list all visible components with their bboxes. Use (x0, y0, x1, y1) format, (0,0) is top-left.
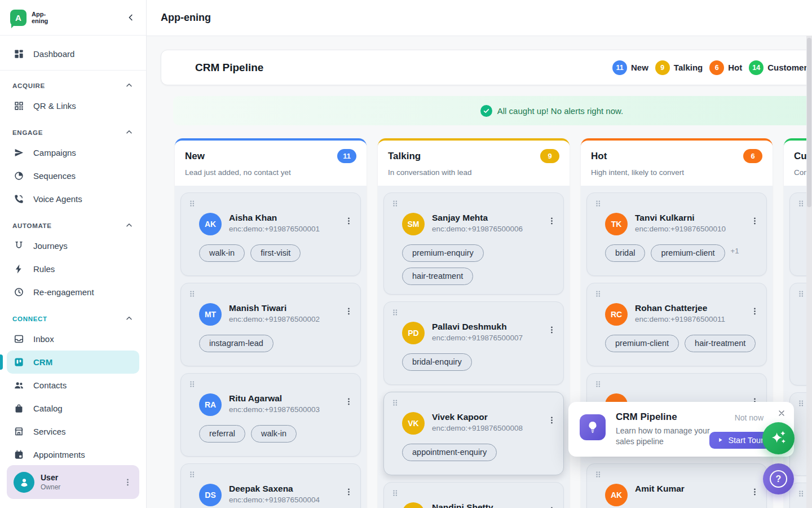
card-menu-button[interactable] (344, 306, 354, 316)
sidebar-item-sequences[interactable]: Sequences (7, 164, 139, 187)
lead-card[interactable]: NSNandini Shetty (383, 482, 564, 508)
tag-list: premium-enquiryhair-treatment (402, 244, 557, 285)
not-now-button[interactable]: Not now (735, 413, 764, 422)
drag-handle[interactable] (189, 290, 195, 298)
drag-handle[interactable] (595, 200, 601, 208)
nav-divider (0, 70, 146, 71)
journeys-icon (12, 240, 25, 251)
lead-card[interactable]: TKTanvi Kulkarnienc:demo:+919876500010br… (586, 192, 767, 276)
drag-handle[interactable] (798, 290, 804, 298)
card-menu-button[interactable] (547, 216, 557, 226)
drag-handle[interactable] (798, 490, 804, 498)
sidebar-item-label: Dashboard (33, 49, 74, 59)
column-body: SMSanjay Mehtaenc:demo:+919876500006prem… (378, 186, 570, 508)
chevron-up-icon[interactable] (125, 81, 134, 91)
tour-popup-body: Learn how to manage your sales pipeline (616, 426, 714, 447)
lead-card[interactable]: RCRohan Chatterjeeenc:demo:+919876500011… (586, 283, 767, 366)
drag-handle[interactable] (189, 380, 195, 388)
user-menu-button[interactable] (123, 478, 133, 487)
column-header: New11Lead just added, no contact yet (175, 141, 367, 186)
sidebar-item-qr-links[interactable]: QR & Links (7, 94, 139, 117)
sidebar-item-label: Campaigns (33, 148, 76, 157)
sidebar-item-journeys[interactable]: Journeys (7, 234, 139, 257)
chevron-up-icon[interactable] (125, 314, 134, 324)
card-menu-button[interactable] (547, 415, 557, 425)
sidebar-item-catalog[interactable]: Catalog (7, 397, 139, 420)
column-body: TKTanvi Kulkarnienc:demo:+919876500010br… (581, 186, 773, 508)
lead-name: Manish Tiwari (229, 303, 344, 313)
card-menu-button[interactable] (344, 397, 354, 406)
lead-card[interactable]: SMSanjay Mehtaenc:demo:+919876500006prem… (383, 192, 564, 295)
column-subtitle: In conversation with lead (388, 168, 559, 177)
drag-handle[interactable] (392, 489, 398, 497)
sidebar-item-dashboard[interactable]: Dashboard (7, 42, 139, 65)
lead-card[interactable]: PDPallavi Deshmukhenc:demo:+919876500007… (383, 301, 564, 385)
sidebar-item-inbox[interactable]: Inbox (7, 327, 139, 351)
card-menu-button[interactable] (750, 216, 760, 226)
lead-card[interactable]: MTManish Tiwarienc:demo:+919876500002ins… (180, 283, 361, 366)
column-count-badge: 9 (540, 149, 559, 163)
drag-handle[interactable] (595, 290, 601, 298)
pipeline-header-card: CRM Pipeline 11New9Talking6Hot14Customer (161, 50, 812, 85)
card-menu-button[interactable] (547, 506, 557, 508)
lead-phone: enc:demo:+919876500001 (229, 225, 344, 234)
tag-chip: hair-treatment (685, 335, 756, 352)
user-card[interactable]: User Owner (7, 465, 139, 499)
drag-handle[interactable] (189, 200, 195, 208)
scrollbar-thumb[interactable] (807, 38, 811, 207)
drag-handle[interactable] (392, 399, 398, 407)
help-fab[interactable]: ? (763, 463, 794, 494)
collapse-sidebar-button[interactable] (126, 12, 136, 23)
card-menu-button[interactable] (344, 487, 354, 497)
lead-card[interactable]: RARitu Agarwalenc:demo:+919876500003refe… (180, 373, 361, 457)
sidebar-item-label: QR & Links (33, 101, 76, 111)
stat-new: 11New (612, 60, 648, 75)
drag-handle[interactable] (392, 309, 398, 317)
lead-card[interactable]: VKVivek Kapoorenc:demo:+919876500008appo… (383, 392, 564, 475)
tag-chip: premium-client (605, 335, 679, 352)
sidebar-item-voice-agents[interactable]: Voice Agents (7, 187, 139, 211)
lead-name: Amit Kumar (635, 484, 750, 494)
tag-list: appointment-enquiry (402, 444, 557, 461)
user-name: User (41, 473, 60, 482)
sidebar-item-label: Inbox (33, 334, 54, 344)
drag-handle[interactable] (189, 471, 195, 479)
lead-card[interactable]: AKAisha Khanenc:demo:+919876500001walk-i… (180, 192, 361, 276)
play-icon (717, 436, 723, 445)
card-menu-button[interactable] (750, 487, 760, 497)
column-title: Hot (591, 151, 607, 162)
avatar: NS (402, 502, 425, 508)
card-menu-button[interactable] (344, 216, 354, 226)
sidebar-item-services[interactable]: Services (7, 420, 139, 443)
section-connect: CONNECT (7, 310, 139, 327)
lead-card[interactable]: AKAmit Kumar (586, 463, 767, 508)
vertical-scrollbar[interactable] (806, 36, 812, 508)
drag-handle[interactable] (798, 200, 804, 208)
card-menu-button[interactable] (547, 325, 557, 335)
tag-chip: premium-enquiry (402, 244, 484, 262)
sidebar-item-re-engagement[interactable]: Re-engagement (7, 281, 139, 304)
sidebar-item-rules[interactable]: Rules (7, 257, 139, 281)
drag-handle[interactable] (595, 471, 601, 479)
card-menu-button[interactable] (750, 306, 760, 316)
chevron-up-icon[interactable] (125, 128, 134, 138)
chevron-up-icon[interactable] (125, 221, 134, 231)
sidebar-item-crm[interactable]: CRM (7, 351, 139, 374)
stat-hot: 6Hot (709, 60, 742, 75)
close-icon[interactable] (777, 409, 786, 418)
sidebar-item-label: Voice Agents (33, 194, 82, 204)
lead-phone: enc:demo:+919876500004 (229, 496, 344, 505)
drag-handle[interactable] (392, 200, 398, 208)
ai-assistant-fab[interactable] (762, 422, 795, 454)
column-new: New11Lead just added, no contact yetAKAi… (175, 138, 367, 508)
sidebar-item-appointments[interactable]: Appointments (7, 443, 139, 466)
sidebar-item-campaigns[interactable]: Campaigns (7, 141, 139, 164)
sidebar-item-contacts[interactable]: Contacts (7, 374, 139, 397)
avatar: VK (402, 412, 425, 435)
drag-handle[interactable] (798, 400, 804, 408)
rules-icon (12, 264, 25, 274)
lightbulb-icon (580, 414, 606, 440)
tag-chip: hair-treatment (402, 268, 473, 285)
lead-card[interactable]: DSDeepak Saxenaenc:demo:+919876500004 (180, 463, 361, 508)
drag-handle[interactable] (595, 380, 601, 388)
